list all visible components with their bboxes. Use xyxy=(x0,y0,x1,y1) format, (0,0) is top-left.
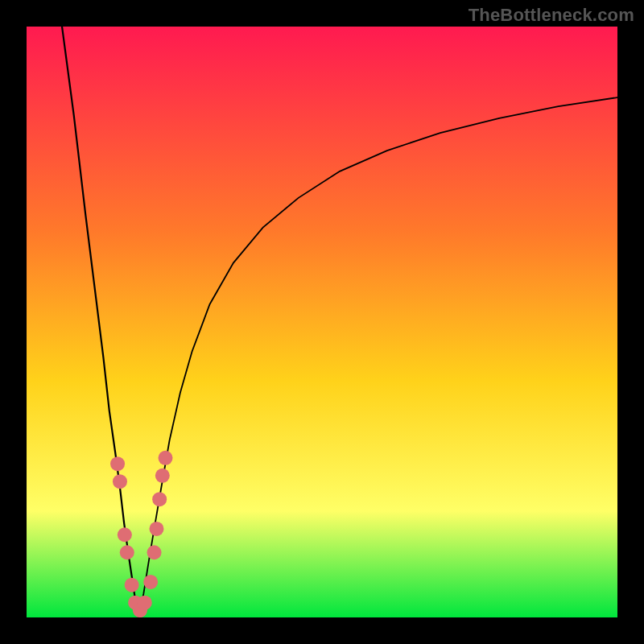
watermark-text: TheBottleneck.com xyxy=(469,5,634,26)
marker-dot xyxy=(158,451,172,465)
marker-dot xyxy=(143,575,158,589)
marker-dot xyxy=(155,469,170,483)
marker-dot xyxy=(152,492,167,506)
chart-svg xyxy=(27,27,617,617)
marker-dot xyxy=(147,545,162,559)
chart-plot-area xyxy=(27,27,617,617)
marker-dot xyxy=(125,578,139,592)
marker-dot xyxy=(120,545,134,559)
marker-dot xyxy=(113,474,127,489)
marker-dot xyxy=(138,596,152,610)
marker-dot xyxy=(118,527,132,542)
marker-dot xyxy=(110,456,125,471)
gradient-background xyxy=(27,27,617,617)
marker-dot xyxy=(149,522,163,536)
